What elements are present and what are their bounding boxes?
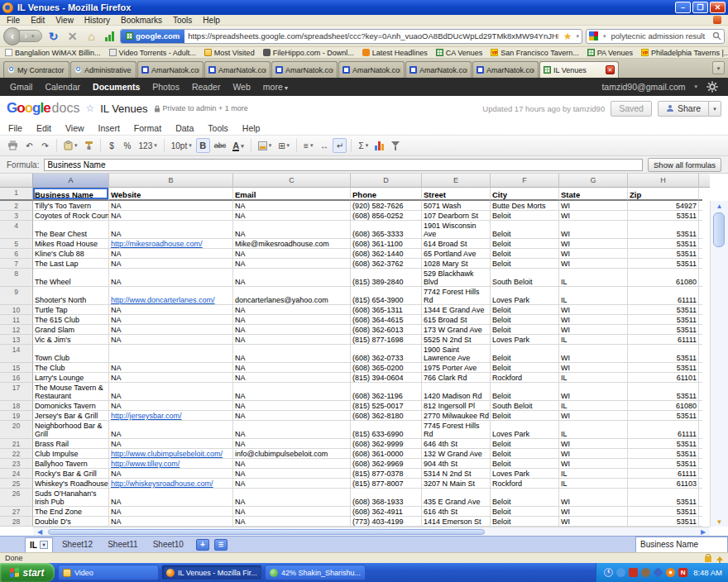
cell[interactable]: 132 W Grand Ave [422,449,491,459]
taskbar-button[interactable]: 42% Shakin_Sharishu... [265,565,366,580]
cell[interactable]: NA [233,411,351,421]
menu-item[interactable]: History [84,16,110,25]
row-number[interactable]: 24 [0,469,33,479]
add-sheet-button[interactable]: + [196,539,209,551]
format-currency-button[interactable]: $ [105,138,119,153]
row-number[interactable]: 27 [0,507,33,517]
cell[interactable]: 53511 [628,449,699,459]
row-number[interactable]: 8 [0,269,33,287]
row-number[interactable]: 21 [0,439,33,449]
cell[interactable]: NA [109,259,233,269]
cell[interactable]: (608) 856-0252 [351,211,422,221]
bookmark-item[interactable]: Most Visited [204,49,255,57]
cell[interactable]: 61101 [628,373,699,383]
cell[interactable]: Beloit [491,315,559,325]
forward-history-caret[interactable]: ▾ [29,33,37,40]
cell[interactable]: NA [233,269,351,287]
cell[interactable]: Mike@mikesroadhouse.com [233,239,351,249]
cell[interactable]: 107 Dearborn St [422,211,491,221]
cell[interactable]: 61111 [628,287,699,305]
cell[interactable]: 53511 [628,363,699,373]
share-button[interactable]: Share [658,101,709,117]
row-number[interactable]: 2 [0,201,33,211]
minimize-button[interactable]: – [675,2,691,13]
cell[interactable]: NA [233,421,351,439]
cell[interactable]: (773) 403-4199 [351,517,422,527]
row-number[interactable]: 4 [0,221,33,239]
row-number[interactable]: 28 [0,517,33,527]
gear-icon[interactable] [706,81,718,93]
cell[interactable]: NA [109,315,233,325]
browser-tab[interactable]: AmarNatok.com - F... ✕ [204,61,271,78]
cell[interactable]: doncarterlanes@yahoo.com [233,287,351,305]
bookmark-item[interactable]: Banglalion WiMAX Billin... [5,49,101,57]
header-cell[interactable]: Zip [628,188,699,201]
cell[interactable]: (608) 362-1440 [351,249,422,259]
home-button[interactable]: ⌂ [84,30,99,43]
cell[interactable]: 5314 N 2nd St [422,469,491,479]
cell[interactable]: 53511 [628,507,699,517]
cell[interactable]: WI [559,221,628,239]
row-number[interactable]: 16 [0,373,33,383]
cell[interactable]: Beloit [491,249,559,259]
google-bar-link[interactable]: Calendar [45,82,80,92]
cell[interactable]: 53511 [628,259,699,269]
tab-close-icon[interactable]: ✕ [606,65,615,74]
cell[interactable]: NA [109,201,233,211]
cell[interactable]: http://mikesroadhouse.com/ [109,239,233,249]
sum-button[interactable]: Σ▾ [356,138,371,153]
scroll-up-icon[interactable]: ▲ [711,203,728,210]
bookmark-item[interactable]: Philadelphia Taverns |... [641,49,728,57]
cell[interactable]: Beloit [491,221,559,239]
cell[interactable]: NA [233,315,351,325]
cell[interactable]: Ballyhoo Tavern [33,459,109,469]
spreadsheet-menu-item[interactable]: Tools [208,123,228,133]
site-identity-button[interactable]: google.com [121,30,184,43]
vertical-scrollbar[interactable]: ▲ ▼ [710,201,728,527]
row-number[interactable]: 9 [0,287,33,305]
privacy-label[interactable]: Private to admin + 1 more [154,104,248,112]
undo-icon[interactable]: ↶ [22,138,36,153]
cell[interactable]: Beloit [491,259,559,269]
bookmark-item[interactable]: CA Venues [436,49,483,57]
cell[interactable]: Beloit [491,517,559,527]
cell[interactable]: Beloit [491,439,559,449]
row-number[interactable]: 14 [0,345,33,363]
cell[interactable]: NA [109,401,233,411]
ssl-lock-icon[interactable] [705,556,711,562]
spreadsheet-menu-item[interactable]: Format [134,123,161,133]
cell[interactable]: http://www.doncarterlanes.com/ [109,287,233,305]
google-bar-link[interactable]: Photos [152,82,180,92]
cell[interactable]: NA [233,489,351,507]
cell[interactable]: Larry's Lounge [33,373,109,383]
taskbar-button[interactable]: IL Venues - Mozilla Fir... [161,565,262,580]
cell[interactable]: Tilly's Too Tavern [33,201,109,211]
cell[interactable]: 529 Blackhawk Blvd [422,269,491,287]
menu-item[interactable]: Bookmarks [121,16,162,25]
row-number[interactable]: 13 [0,335,33,345]
cell[interactable]: The 615 Club [33,315,109,325]
tray-icon[interactable] [616,568,625,577]
cell[interactable]: NA [233,373,351,383]
account-email[interactable]: tamzid90@gmail.com [601,82,685,92]
bookmark-item[interactable]: Latest Headlines [362,49,428,57]
cell[interactable]: 53511 [628,305,699,315]
cell[interactable]: (608) 365-1311 [351,305,422,315]
search-bar[interactable]: ▾ [586,29,725,44]
spreadsheet-menu-item[interactable]: Data [175,123,194,133]
cell[interactable]: NA [233,401,351,411]
cell[interactable]: 53511 [628,211,699,221]
cell[interactable]: NA [109,439,233,449]
cell[interactable]: 812 Ingersoll Pl [422,401,491,411]
cell[interactable]: NA [233,211,351,221]
column-header-E[interactable]: E [422,174,491,188]
cell[interactable]: 1975 Porter Ave [422,363,491,373]
forward-button[interactable]: ›▾ [19,30,42,42]
column-header-D[interactable]: D [351,174,422,188]
cell[interactable]: WI [559,507,628,517]
cell[interactable]: (608) 362-4911 [351,507,422,517]
cell[interactable]: http://www.clubimpulsebeloit.com/ [109,449,233,459]
row-number[interactable]: 1 [0,188,33,201]
cell[interactable]: NA [233,507,351,517]
cell[interactable]: 615 Broad St [422,315,491,325]
